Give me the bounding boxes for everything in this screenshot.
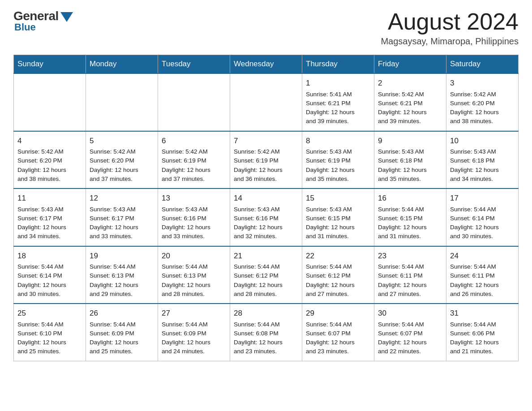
calendar-day-cell: 8Sunrise: 5:43 AMSunset: 6:19 PMDaylight… bbox=[302, 131, 374, 189]
day-number: 20 bbox=[162, 250, 226, 262]
calendar-day-cell: 14Sunrise: 5:43 AMSunset: 6:16 PMDayligh… bbox=[230, 188, 302, 246]
calendar-day-cell: 4Sunrise: 5:42 AMSunset: 6:20 PMDaylight… bbox=[14, 131, 86, 189]
logo-blue-text: Blue bbox=[14, 21, 36, 33]
calendar-week-row: 18Sunrise: 5:44 AMSunset: 6:14 PMDayligh… bbox=[14, 246, 519, 304]
calendar-day-cell: 16Sunrise: 5:44 AMSunset: 6:15 PMDayligh… bbox=[374, 188, 446, 246]
calendar-header-row: SundayMondayTuesdayWednesdayThursdayFrid… bbox=[14, 55, 519, 74]
calendar-day-cell: 9Sunrise: 5:43 AMSunset: 6:18 PMDaylight… bbox=[374, 131, 446, 189]
calendar-day-cell: 19Sunrise: 5:44 AMSunset: 6:13 PMDayligh… bbox=[86, 246, 158, 304]
calendar-day-cell: 17Sunrise: 5:44 AMSunset: 6:14 PMDayligh… bbox=[446, 188, 519, 246]
day-number: 8 bbox=[306, 135, 370, 147]
calendar-day-cell: 5Sunrise: 5:42 AMSunset: 6:20 PMDaylight… bbox=[86, 131, 158, 189]
calendar-day-cell: 25Sunrise: 5:44 AMSunset: 6:10 PMDayligh… bbox=[14, 304, 86, 361]
calendar-day-cell: 20Sunrise: 5:44 AMSunset: 6:13 PMDayligh… bbox=[158, 246, 230, 304]
calendar-day-cell bbox=[230, 73, 302, 131]
calendar-day-cell: 3Sunrise: 5:42 AMSunset: 6:20 PMDaylight… bbox=[446, 73, 519, 131]
day-header-wednesday: Wednesday bbox=[230, 55, 302, 74]
calendar-day-cell: 28Sunrise: 5:44 AMSunset: 6:08 PMDayligh… bbox=[230, 304, 302, 361]
day-number: 25 bbox=[17, 308, 82, 319]
day-header-sunday: Sunday bbox=[14, 55, 86, 74]
calendar-day-cell: 31Sunrise: 5:44 AMSunset: 6:06 PMDayligh… bbox=[446, 304, 519, 361]
calendar-day-cell bbox=[158, 73, 230, 131]
calendar-day-cell: 15Sunrise: 5:43 AMSunset: 6:15 PMDayligh… bbox=[302, 188, 374, 246]
month-title: August 2024 bbox=[381, 9, 519, 34]
day-header-saturday: Saturday bbox=[446, 55, 519, 74]
calendar-day-cell: 13Sunrise: 5:43 AMSunset: 6:16 PMDayligh… bbox=[158, 188, 230, 246]
day-number: 28 bbox=[234, 308, 298, 319]
calendar-day-cell bbox=[14, 73, 86, 131]
day-header-thursday: Thursday bbox=[302, 55, 374, 74]
calendar-day-cell: 11Sunrise: 5:43 AMSunset: 6:17 PMDayligh… bbox=[14, 188, 86, 246]
calendar-day-cell: 10Sunrise: 5:43 AMSunset: 6:18 PMDayligh… bbox=[446, 131, 519, 189]
logo: General Blue bbox=[13, 9, 73, 33]
day-number: 19 bbox=[90, 250, 154, 262]
calendar-day-cell: 6Sunrise: 5:42 AMSunset: 6:19 PMDaylight… bbox=[158, 131, 230, 189]
calendar-table: SundayMondayTuesdayWednesdayThursdayFrid… bbox=[13, 55, 519, 361]
calendar-day-cell: 27Sunrise: 5:44 AMSunset: 6:09 PMDayligh… bbox=[158, 304, 230, 361]
day-number: 10 bbox=[450, 135, 515, 147]
day-number: 22 bbox=[306, 250, 370, 262]
day-number: 7 bbox=[234, 135, 298, 147]
calendar-day-cell: 18Sunrise: 5:44 AMSunset: 6:14 PMDayligh… bbox=[14, 246, 86, 304]
day-number: 9 bbox=[378, 135, 442, 147]
calendar-day-cell: 26Sunrise: 5:44 AMSunset: 6:09 PMDayligh… bbox=[86, 304, 158, 361]
day-number: 15 bbox=[306, 193, 370, 204]
calendar-day-cell: 12Sunrise: 5:43 AMSunset: 6:17 PMDayligh… bbox=[86, 188, 158, 246]
location-subtitle: Magsaysay, Mimaropa, Philippines bbox=[381, 36, 519, 47]
title-area: August 2024 Magsaysay, Mimaropa, Philipp… bbox=[381, 9, 519, 47]
day-number: 3 bbox=[450, 77, 515, 89]
calendar-week-row: 4Sunrise: 5:42 AMSunset: 6:20 PMDaylight… bbox=[14, 131, 519, 189]
calendar-day-cell: 29Sunrise: 5:44 AMSunset: 6:07 PMDayligh… bbox=[302, 304, 374, 361]
day-header-tuesday: Tuesday bbox=[158, 55, 230, 74]
day-number: 2 bbox=[378, 77, 442, 89]
day-number: 18 bbox=[17, 250, 82, 262]
day-number: 1 bbox=[306, 77, 370, 89]
day-number: 17 bbox=[450, 193, 515, 204]
day-number: 16 bbox=[378, 193, 442, 204]
calendar-week-row: 11Sunrise: 5:43 AMSunset: 6:17 PMDayligh… bbox=[14, 188, 519, 246]
calendar-day-cell: 21Sunrise: 5:44 AMSunset: 6:12 PMDayligh… bbox=[230, 246, 302, 304]
day-number: 5 bbox=[90, 135, 154, 147]
day-number: 23 bbox=[378, 250, 442, 262]
calendar-week-row: 1Sunrise: 5:41 AMSunset: 6:21 PMDaylight… bbox=[14, 73, 519, 131]
day-number: 29 bbox=[306, 308, 370, 319]
calendar-day-cell: 22Sunrise: 5:44 AMSunset: 6:12 PMDayligh… bbox=[302, 246, 374, 304]
page-header: General Blue August 2024 Magsaysay, Mima… bbox=[13, 9, 519, 47]
day-number: 26 bbox=[90, 308, 154, 319]
calendar-day-cell: 2Sunrise: 5:42 AMSunset: 6:21 PMDaylight… bbox=[374, 73, 446, 131]
calendar-day-cell: 30Sunrise: 5:44 AMSunset: 6:07 PMDayligh… bbox=[374, 304, 446, 361]
day-number: 21 bbox=[234, 250, 298, 262]
day-number: 12 bbox=[90, 193, 154, 204]
logo-triangle-icon bbox=[60, 12, 73, 22]
day-number: 31 bbox=[450, 308, 515, 319]
day-number: 11 bbox=[17, 193, 82, 204]
day-number: 4 bbox=[17, 135, 82, 147]
day-header-monday: Monday bbox=[86, 55, 158, 74]
calendar-day-cell: 7Sunrise: 5:42 AMSunset: 6:19 PMDaylight… bbox=[230, 131, 302, 189]
calendar-day-cell: 1Sunrise: 5:41 AMSunset: 6:21 PMDaylight… bbox=[302, 73, 374, 131]
day-number: 27 bbox=[162, 308, 226, 319]
day-number: 14 bbox=[234, 193, 298, 204]
calendar-day-cell: 24Sunrise: 5:44 AMSunset: 6:11 PMDayligh… bbox=[446, 246, 519, 304]
calendar-week-row: 25Sunrise: 5:44 AMSunset: 6:10 PMDayligh… bbox=[14, 304, 519, 361]
day-number: 6 bbox=[162, 135, 226, 147]
day-number: 30 bbox=[378, 308, 442, 319]
calendar-day-cell bbox=[86, 73, 158, 131]
calendar-day-cell: 23Sunrise: 5:44 AMSunset: 6:11 PMDayligh… bbox=[374, 246, 446, 304]
day-number: 13 bbox=[162, 193, 226, 204]
day-number: 24 bbox=[450, 250, 515, 262]
day-header-friday: Friday bbox=[374, 55, 446, 74]
